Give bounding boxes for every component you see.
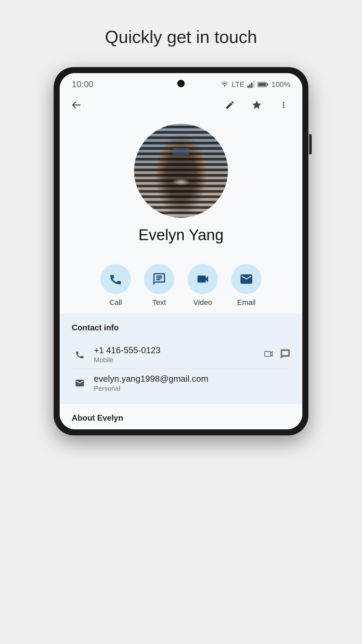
svg-rect-6 [258, 83, 266, 86]
signal-icon [247, 81, 255, 88]
svg-rect-5 [267, 84, 268, 86]
back-arrow-icon [71, 100, 82, 110]
phone-row-icon [72, 346, 88, 363]
email-icon [239, 272, 253, 286]
about-section: About Evelyn [60, 404, 302, 429]
text-button[interactable]: Text [144, 264, 174, 307]
status-time: 10:00 [72, 79, 94, 90]
video-icon [196, 272, 210, 286]
phone-video-button[interactable] [263, 349, 274, 360]
text-button-circle [144, 264, 174, 294]
email-label: Email [237, 298, 255, 307]
action-buttons-row: Call Text Video [60, 254, 302, 314]
battery-label: 100% [272, 80, 290, 89]
phone-actions [263, 349, 290, 360]
phone-icon [75, 350, 85, 360]
star-icon [251, 100, 262, 110]
svg-rect-1 [249, 84, 250, 88]
phone-subtext: Mobile [94, 356, 263, 364]
contact-name: Evelyn Yang [138, 226, 224, 244]
video-button-circle [188, 264, 218, 294]
envelope-icon [75, 378, 85, 388]
video-button[interactable]: Video [188, 264, 218, 307]
status-icons: LTE 100% [220, 80, 290, 89]
status-bar: 10:00 LTE [60, 73, 302, 93]
app-bar [60, 93, 302, 117]
email-row[interactable]: evelyn.yang1998@gmail.com Personal [72, 369, 290, 397]
contact-header: Evelyn Yang [60, 117, 302, 254]
svg-rect-3 [253, 81, 254, 88]
contact-info-section: Contact info +1 416-555-0123 Mobile [60, 314, 302, 404]
email-button[interactable]: Email [231, 264, 261, 307]
phone-message-icon [280, 349, 290, 359]
call-button[interactable]: Call [101, 264, 131, 307]
avatar[interactable] [134, 124, 228, 218]
favorite-button[interactable] [248, 96, 265, 114]
email-row-icon [72, 375, 88, 391]
edit-icon [225, 100, 235, 110]
phone-text-button[interactable] [280, 349, 290, 360]
battery-icon [257, 81, 269, 88]
text-label: Text [153, 298, 166, 307]
about-title: About Evelyn [72, 413, 290, 423]
lte-label: LTE [232, 80, 245, 89]
back-button[interactable] [68, 96, 85, 114]
call-button-circle [101, 264, 131, 294]
edit-button[interactable] [221, 96, 239, 114]
phone-info: +1 416-555-0123 Mobile [94, 345, 263, 364]
phone-screen: 10:00 LTE [60, 73, 302, 429]
camera-notch [177, 80, 185, 87]
wifi-icon [220, 81, 229, 88]
email-button-circle [231, 264, 261, 294]
avatar-photo [134, 124, 228, 218]
email-subtext: Personal [94, 385, 290, 392]
phone-row[interactable]: +1 416-555-0123 Mobile [72, 340, 290, 369]
call-label: Call [109, 298, 122, 307]
svg-rect-2 [251, 83, 252, 88]
phone-video-icon [263, 349, 274, 359]
more-vert-icon [279, 100, 288, 110]
video-label: Video [193, 298, 212, 307]
page-headline: Quickly get in touch [105, 27, 257, 47]
email-info: evelyn.yang1998@gmail.com Personal [94, 374, 290, 392]
text-icon [152, 272, 166, 286]
phone-number: +1 416-555-0123 [94, 345, 263, 356]
more-options-button[interactable] [275, 96, 292, 114]
email-address: evelyn.yang1998@gmail.com [94, 374, 290, 384]
contact-info-title: Contact info [72, 323, 290, 332]
svg-rect-0 [247, 86, 249, 88]
side-button [309, 134, 312, 154]
call-icon [109, 272, 123, 286]
phone-frame: 10:00 LTE [54, 67, 308, 435]
